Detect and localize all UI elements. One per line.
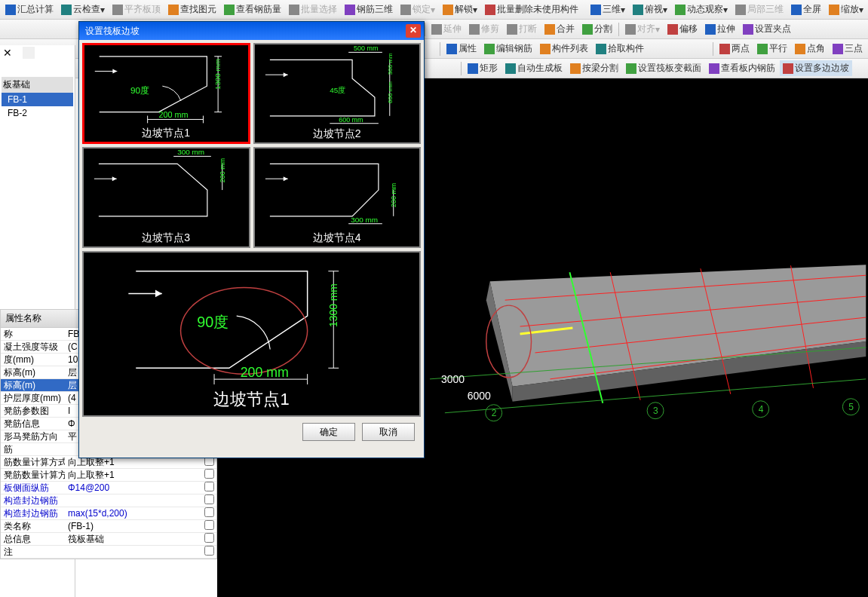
property-value[interactable]: (FB-1) [65, 521, 201, 531]
tb-split-beam[interactable]: 按梁分割 [567, 60, 621, 76]
tb-batch-select[interactable]: 批量选择 [286, 2, 340, 17]
svg-marker-24 [112, 69, 117, 74]
tree-item-fb1[interactable]: FB-1 [2, 93, 73, 106]
property-row[interactable]: 构造封边钢筋 [1, 494, 216, 507]
tb-summary[interactable]: 汇总计算 [2, 2, 57, 17]
slope-icon [783, 63, 793, 74]
property-row[interactable]: 类名称(FB-1) [1, 520, 216, 533]
tb-comp-list[interactable]: 构件列表 [537, 41, 591, 57]
property-row[interactable]: 板侧面纵筋Φ14@200 [1, 482, 216, 494]
tb-split[interactable]: 分割 [579, 21, 615, 37]
tb-fullscreen[interactable]: 全屏 [788, 2, 824, 17]
tb-multi-slope[interactable]: 设置多边边坡 [780, 60, 852, 76]
tb-pick[interactable]: 拾取构件 [593, 41, 647, 57]
svg-text:600 mm: 600 mm [386, 81, 393, 103]
pick-icon [596, 44, 606, 54]
property-checkbox[interactable] [201, 494, 216, 507]
tb-twopoint[interactable]: 两点 [716, 41, 753, 57]
tb-raft-section[interactable]: 设置筏板变截面 [623, 60, 704, 76]
tb-threepoint[interactable]: 三点 [830, 41, 866, 57]
property-value[interactable]: Φ14@200 [65, 482, 201, 493]
property-row[interactable]: 注 [1, 546, 216, 559]
tb-view-rebar[interactable]: 查看钢筋量 [221, 2, 284, 17]
auto-icon [505, 63, 516, 74]
svg-text:300 mm: 300 mm [177, 148, 204, 156]
svg-marker-52 [283, 176, 287, 181]
property-label: 构造封边钢筋 [1, 507, 65, 520]
property-value[interactable]: max(15*d,200) [65, 508, 201, 519]
main-toolbar: 汇总计算 云检查 ▾ 平齐板顶 查找图元 查看钢筋量 批量选择 钢筋三维 锁定 … [0, 0, 868, 20]
tb-props[interactable]: 属性 [443, 41, 480, 57]
tb-find[interactable]: 查找图元 [165, 2, 219, 17]
tb-parallel[interactable]: 平行 [754, 41, 790, 57]
tb-local3d[interactable]: 局部三维 [732, 2, 787, 17]
property-value[interactable]: 向上取整+1 [65, 469, 201, 482]
tb-grip[interactable]: 设置夹点 [740, 21, 794, 37]
tree-item-fb2[interactable]: FB-2 [2, 106, 73, 120]
slope-thumb-2[interactable]: 45度 500 mm 300 mm 600 mm 600 mm 边坡节点2 [253, 43, 422, 144]
tb-pointangle[interactable]: 点角 [792, 41, 828, 57]
tb-3d[interactable]: 三维 ▾ [587, 2, 628, 17]
dialog-close-icon[interactable]: ✕ [406, 24, 421, 38]
merge-icon [544, 24, 555, 35]
property-row[interactable]: 构造封边钢筋max(15*d,200) [1, 507, 216, 520]
svg-text:1300 mm: 1300 mm [213, 59, 222, 90]
property-label: 凝土强度等级 [1, 341, 65, 354]
tb-lock[interactable]: 锁定 ▾ [397, 2, 438, 17]
tb-zoom[interactable]: 缩放 ▾ [826, 2, 866, 17]
tb-unlock[interactable]: 解锁 ▾ [440, 2, 480, 17]
tb-trim[interactable]: 修剪 [466, 21, 502, 37]
svg-text:5: 5 [848, 402, 854, 412]
tb-orbit[interactable]: 动态观察 ▾ [672, 2, 731, 17]
svg-text:600 mm: 600 mm [339, 116, 363, 124]
tb-top-view[interactable]: 俯视 ▾ [630, 2, 670, 17]
tb-auto-slab[interactable]: 自动生成板 [502, 60, 566, 76]
property-checkbox[interactable] [201, 482, 216, 494]
offset-icon [667, 24, 678, 35]
property-label: 类名称 [1, 520, 65, 533]
property-value[interactable]: 筏板基础 [65, 533, 201, 546]
split-icon [582, 24, 593, 35]
tb-align-slab[interactable]: 平齐板顶 [109, 2, 164, 17]
svg-text:500 mm: 500 mm [354, 44, 378, 52]
svg-marker-35 [283, 72, 287, 77]
tb-merge[interactable]: 合并 [541, 21, 578, 37]
dialog-cancel-button[interactable]: 取消 [362, 423, 415, 441]
property-label: 形马凳筋方向 [1, 430, 65, 443]
tb-break[interactable]: 打断 [504, 21, 540, 37]
tb-align[interactable]: 对齐 ▾ [622, 21, 663, 37]
extend-icon [431, 24, 442, 35]
svg-text:4: 4 [759, 404, 764, 415]
tb-view-slab-rebar[interactable]: 查看板内钢筋 [706, 60, 778, 76]
property-row[interactable]: 总信息筏板基础 [1, 533, 216, 546]
property-row[interactable]: 凳筋数量计算方向上取整+1 [1, 469, 216, 482]
list-icon [540, 44, 551, 54]
panel-copy-icon[interactable] [23, 47, 35, 59]
slab-3d-shape [430, 265, 866, 412]
tb-rect[interactable]: 矩形 [465, 60, 501, 76]
tb-stretch[interactable]: 拉伸 [702, 21, 738, 37]
break-icon [507, 24, 517, 35]
tb-offset[interactable]: 偏移 [664, 21, 701, 37]
property-checkbox[interactable] [201, 533, 216, 545]
tb-edit-rebar[interactable]: 编辑钢筋 [481, 41, 535, 57]
tb-extend[interactable]: 延伸 [428, 21, 465, 37]
property-checkbox[interactable] [201, 469, 216, 481]
tb-cloud[interactable]: 云检查 ▾ [58, 2, 108, 17]
property-checkbox[interactable] [201, 546, 216, 558]
rebar-icon [224, 5, 235, 15]
trim-icon [469, 24, 480, 35]
panel-close-icon[interactable]: ✕ [3, 47, 12, 59]
tb-rebar3d[interactable]: 钢筋三维 [342, 2, 396, 17]
tb-batch-delete[interactable]: 批量删除未使用构件 [482, 2, 581, 17]
svg-text:200 mm: 200 mm [241, 365, 289, 380]
slope-thumb-4[interactable]: 200 mm 300 mm 边坡节点4 [253, 147, 422, 248]
property-checkbox[interactable] [201, 507, 216, 519]
slope-thumb-3[interactable]: 300 mm 200 mm 边坡节点3 [82, 147, 250, 248]
property-label: 板侧面纵筋 [1, 482, 65, 494]
top-icon [633, 5, 643, 15]
dialog-ok-button[interactable]: 确定 [302, 423, 355, 441]
slope-thumb-1[interactable]: 90度 200 mm 1300 mm 边坡节点1 [82, 43, 250, 144]
property-checkbox[interactable] [201, 520, 216, 532]
dialog-titlebar[interactable]: 设置筏板边坡 ✕ [79, 22, 424, 40]
